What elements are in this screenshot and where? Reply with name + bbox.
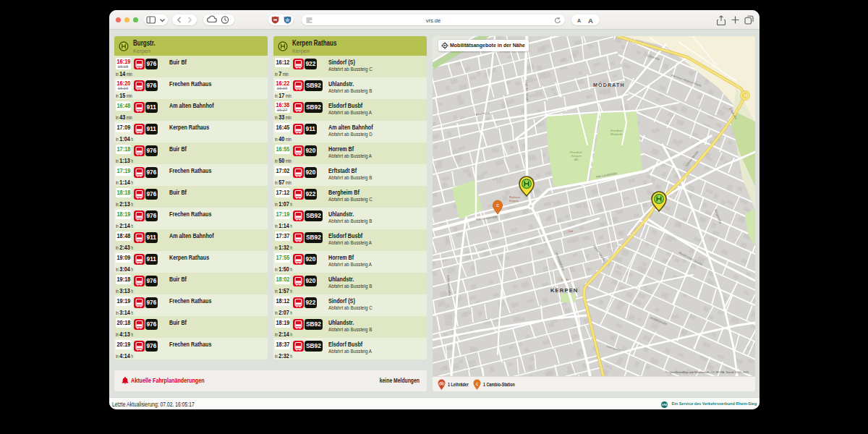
svg-text:Alt: Alt <box>574 158 579 161</box>
svg-text:VRS: VRS <box>662 404 668 407</box>
svg-text:© OpenStreetMap und Mitwirkend: © OpenStreetMap und Mitwirkende, CC-BY-S… <box>665 370 749 374</box>
svg-text:Mödrath: Mödrath <box>610 132 623 136</box>
svg-text:MÖDRATH: MÖDRATH <box>593 82 625 88</box>
svg-text:c: c <box>496 203 499 208</box>
svg-text:KERPEN: KERPEN <box>550 287 578 294</box>
svg-text:Lidl: Lidl <box>569 229 573 233</box>
svg-text:c: c <box>476 380 479 386</box>
svg-text:Kerpen: Kerpen <box>509 199 519 203</box>
